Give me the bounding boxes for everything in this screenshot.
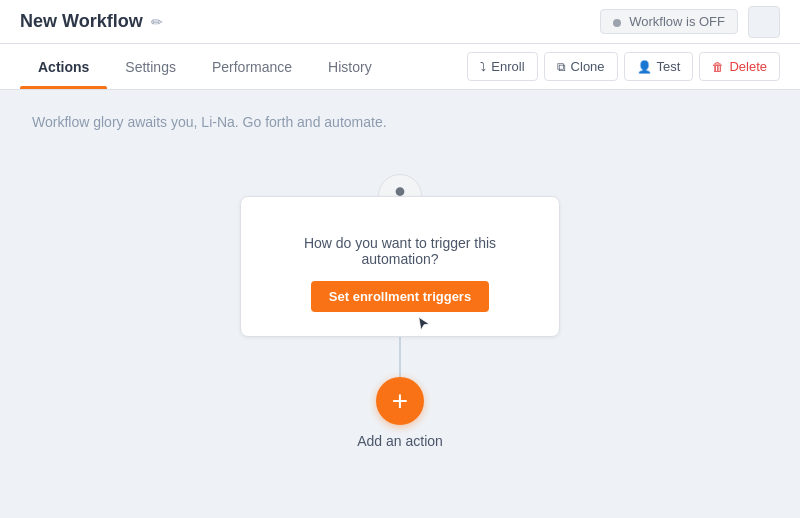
set-enrollment-triggers-button[interactable]: Set enrollment triggers: [311, 281, 489, 312]
tab-actions[interactable]: Actions: [20, 44, 107, 89]
workflow-status-label: Workflow is OFF: [629, 14, 725, 29]
add-action-wrapper: + Add an action: [357, 377, 443, 449]
workflow-title: New Workflow: [20, 11, 143, 32]
workflow-status: Workflow is OFF: [600, 9, 738, 34]
workflow-canvas: How do you want to trigger this automati…: [32, 160, 768, 449]
top-bar-right: Workflow is OFF: [600, 6, 780, 38]
user-avatar[interactable]: [748, 6, 780, 38]
top-bar: New Workflow ✏ Workflow is OFF: [0, 0, 800, 44]
tab-history[interactable]: History: [310, 44, 390, 89]
tab-performance[interactable]: Performance: [194, 44, 310, 89]
nav-tabs: Actions Settings Performance History ⤵ E…: [0, 44, 800, 90]
clone-icon: ⧉: [557, 60, 566, 74]
tabs-left: Actions Settings Performance History: [20, 44, 390, 89]
edit-icon[interactable]: ✏: [151, 14, 163, 30]
add-action-label: Add an action: [357, 433, 443, 449]
test-icon: 👤: [637, 60, 652, 74]
status-dot-icon: [613, 19, 621, 27]
test-button[interactable]: 👤 Test: [624, 52, 694, 81]
trash-icon: 🗑: [712, 60, 724, 74]
trigger-card: How do you want to trigger this automati…: [240, 196, 560, 337]
add-action-button[interactable]: +: [376, 377, 424, 425]
tab-settings[interactable]: Settings: [107, 44, 194, 89]
plus-icon: +: [392, 387, 408, 415]
main-content: Workflow glory awaits you, Li-Na. Go for…: [0, 90, 800, 518]
clone-button[interactable]: ⧉ Clone: [544, 52, 618, 81]
top-bar-left: New Workflow ✏: [20, 11, 163, 32]
enroll-icon: ⤵: [480, 60, 486, 74]
trigger-question: How do you want to trigger this automati…: [273, 235, 527, 267]
trigger-card-wrapper: How do you want to trigger this automati…: [240, 196, 560, 337]
tabs-right: ⤵ Enroll ⧉ Clone 👤 Test 🗑 Delete: [467, 52, 780, 81]
enroll-button[interactable]: ⤵ Enroll: [467, 52, 537, 81]
delete-button[interactable]: 🗑 Delete: [699, 52, 780, 81]
connector-line: [399, 337, 401, 377]
welcome-text: Workflow glory awaits you, Li-Na. Go for…: [32, 114, 768, 130]
